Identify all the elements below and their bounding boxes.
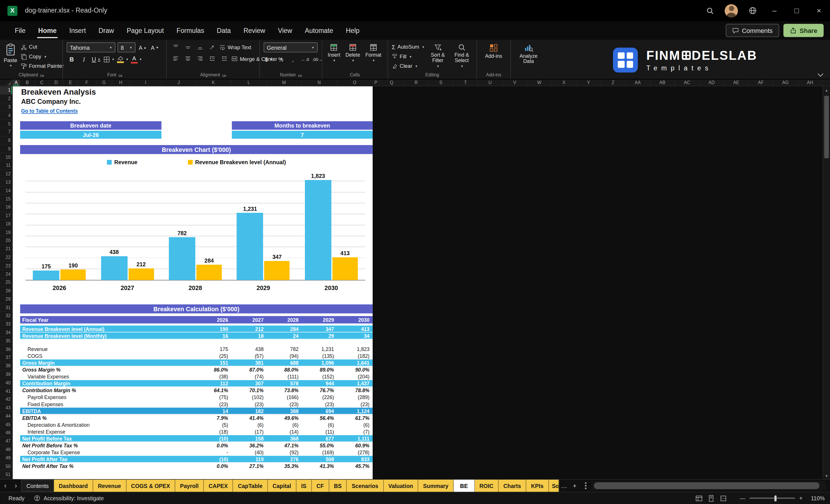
cell-corporate-tax-expense-2028[interactable]: (92)	[267, 449, 302, 455]
row-header-49[interactable]: 49	[0, 454, 12, 462]
column-header-G[interactable]: G	[96, 80, 113, 86]
cell-cogs-2027[interactable]: (57)	[231, 353, 267, 359]
more-sheets-icon[interactable]: …	[559, 480, 569, 492]
cell-contribution-margin-2027[interactable]: 307	[231, 380, 267, 386]
bar-revenue-breakeven-level-annual-2030[interactable]	[332, 257, 358, 280]
cell-contribution-margin-2030[interactable]: 78.8%	[337, 387, 373, 393]
cell-gross-margin-2030[interactable]: 90.0%	[337, 367, 373, 373]
column-header-AD[interactable]: AD	[700, 80, 724, 86]
cell-interest-expense-2030[interactable]: (7)	[337, 429, 373, 435]
format-cells-button[interactable]: Format▼	[364, 42, 383, 63]
cell-fixed-expenses-2030[interactable]: (23)	[337, 401, 373, 407]
legend-item-revenue-breakeven-level-annual[interactable]: Revenue Breakeven level (Annual)	[188, 159, 286, 165]
ribbon-tab-automate[interactable]: Automate	[298, 21, 340, 40]
row-header-17[interactable]: 17	[0, 212, 12, 220]
row-label-gross-margin[interactable]: Gross Margin %	[20, 367, 196, 373]
fill-button[interactable]: Fill▼	[392, 52, 425, 61]
cut-button[interactable]: Cut	[20, 42, 64, 51]
column-header-AH[interactable]: AH	[798, 80, 823, 86]
row-header-9[interactable]: 9	[0, 145, 12, 153]
row-header-46[interactable]: 46	[0, 429, 12, 437]
row-header-23[interactable]: 23	[0, 262, 12, 270]
column-header-B[interactable]: B	[20, 80, 35, 86]
font-size-select[interactable]: 8▼	[118, 42, 135, 52]
row-header-32[interactable]: 32	[0, 312, 12, 320]
row-label-ebitda[interactable]: EBITDA	[20, 408, 196, 414]
bar-revenue-2027[interactable]	[101, 256, 128, 280]
cell-net-profit-after-tax-2028[interactable]: 276	[267, 456, 302, 462]
bar-revenue-2029[interactable]	[237, 213, 263, 280]
cell-payroll-expenses-2030[interactable]: (289)	[337, 395, 373, 400]
cell-fixed-expenses-2027[interactable]: (23)	[231, 401, 267, 407]
row-header-22[interactable]: 22	[0, 253, 12, 262]
cell-contribution-margin-2028[interactable]: 578	[267, 380, 302, 386]
cell-gross-margin-2029[interactable]: 1,096	[302, 360, 337, 366]
row-header-35[interactable]: 35	[0, 337, 12, 345]
cell-cogs-2028[interactable]: (94)	[267, 353, 302, 359]
cell-payroll-expenses-2026[interactable]: (75)	[196, 395, 231, 400]
cell-interest-expense-2026[interactable]: (18)	[196, 429, 231, 435]
collapse-ribbon-icon[interactable]	[818, 73, 824, 77]
column-header-AG[interactable]: AG	[773, 80, 798, 86]
cell-revenue-2028[interactable]: 782	[267, 346, 302, 352]
sheet-tab-revenue[interactable]: Revenue	[93, 480, 126, 492]
sheet-tab-cogs-opex[interactable]: COGS & OPEX	[126, 480, 175, 492]
column-header-R[interactable]: R	[404, 80, 429, 86]
column-header-AC[interactable]: AC	[675, 80, 700, 86]
scroll-down-icon[interactable]: ▼	[823, 472, 830, 479]
align-center-icon[interactable]	[183, 54, 193, 63]
horizontal-scrollbar-thumb[interactable]	[594, 482, 820, 489]
cell-corporate-tax-expense-2026[interactable]: -	[196, 449, 231, 455]
row-header-41[interactable]: 41	[0, 387, 12, 395]
row-header-12[interactable]: 12	[0, 170, 12, 178]
select-all-corner[interactable]	[0, 80, 12, 86]
cell-net-profit-after-tax-2026[interactable]: 0.0%	[196, 463, 231, 469]
year-header-2027[interactable]: 2027	[231, 317, 267, 323]
cell-corporate-tax-expense-2027[interactable]: (40)	[231, 449, 267, 455]
months-to-breakeven-header[interactable]: Months to breakeven	[232, 121, 373, 130]
ribbon-tab-file[interactable]: File	[8, 21, 32, 40]
sheet-tab-payroll[interactable]: Payroll	[175, 480, 204, 492]
row-label-contribution-margin[interactable]: Contribution Margin %	[20, 387, 196, 393]
row-label-net-profit-after-tax[interactable]: Net Profit After Tax %	[20, 463, 196, 469]
row-header-7[interactable]: 7	[0, 128, 12, 136]
avatar[interactable]	[725, 4, 738, 17]
cell-net-profit-after-tax-2029[interactable]: 41.3%	[302, 463, 337, 469]
sheet-tab-capital[interactable]: Capital	[268, 480, 296, 492]
months-to-breakeven-value[interactable]: 7	[232, 131, 373, 139]
ribbon-tab-home[interactable]: Home	[32, 21, 63, 40]
cell-variable-expenses-2027[interactable]: (74)	[231, 374, 267, 380]
row-header-24[interactable]: 24	[0, 270, 12, 278]
comments-button[interactable]: Comments	[726, 24, 779, 37]
cell-interest-expense-2029[interactable]: (11)	[302, 429, 337, 435]
row-header-5[interactable]: 5	[0, 120, 12, 128]
maximize-button[interactable]: □	[786, 0, 808, 21]
row-label-net-profit-before-tax[interactable]: Net Profit Before Tax %	[20, 442, 196, 448]
column-header-U[interactable]: U	[478, 80, 503, 86]
row-header-18[interactable]: 18	[0, 220, 12, 228]
ribbon-tab-draw[interactable]: Draw	[92, 21, 120, 40]
underline-button[interactable]: U▼	[91, 55, 101, 64]
cell-net-profit-before-tax-2026[interactable]: 0.0%	[196, 442, 231, 448]
chart-banner[interactable]: Breakeven Chart ($'000)	[20, 145, 373, 154]
find-select-button[interactable]: Find & Select▼	[451, 42, 473, 69]
align-right-icon[interactable]	[195, 54, 205, 63]
column-header-Q[interactable]: Q	[380, 80, 404, 86]
year-header-2029[interactable]: 2029	[302, 317, 337, 323]
page-layout-view-icon[interactable]	[708, 495, 715, 502]
row-header-37[interactable]: 37	[0, 353, 12, 362]
cell-net-profit-before-tax-2026[interactable]: (10)	[196, 435, 231, 441]
column-header-W[interactable]: W	[527, 80, 552, 86]
cell-revenue-breakeven-level-monthly-2027[interactable]: 18	[231, 333, 267, 338]
ribbon-tab-data[interactable]: Data	[211, 21, 237, 40]
row-label-variable-expenses[interactable]: Variable Expenses	[20, 374, 196, 380]
column-header-AB[interactable]: AB	[650, 80, 675, 86]
align-left-icon[interactable]	[170, 54, 181, 63]
cell-revenue-breakeven-level-annual-2027[interactable]: 212	[231, 326, 267, 332]
table-of-contents-link[interactable]: Go to Table of Contents	[21, 108, 78, 114]
globe-icon[interactable]	[742, 0, 763, 21]
decrease-indent-icon[interactable]	[207, 54, 217, 63]
row-label-net-profit-before-tax[interactable]: Net Profit Before Tax	[20, 435, 196, 441]
cell-payroll-expenses-2029[interactable]: (226)	[302, 395, 337, 400]
cell-fixed-expenses-2029[interactable]: (23)	[302, 401, 337, 407]
